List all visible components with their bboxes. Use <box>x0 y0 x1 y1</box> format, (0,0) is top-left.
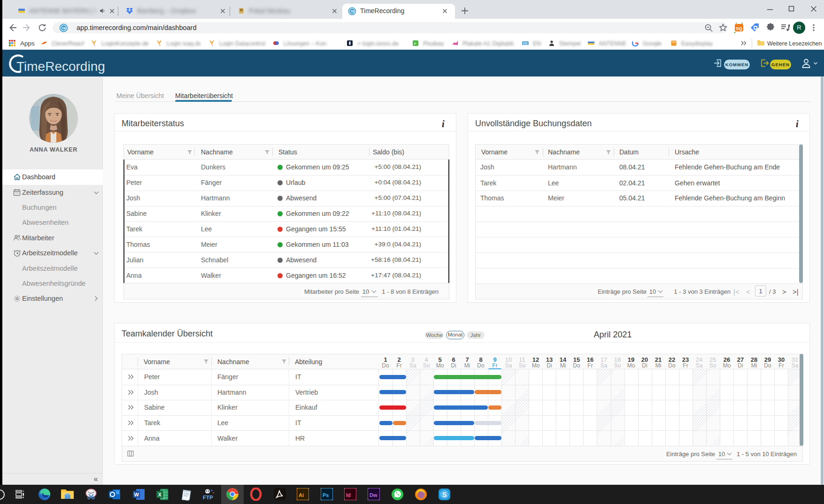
svg-text:Ps: Ps <box>323 492 329 498</box>
svg-text:S: S <box>442 491 447 498</box>
svg-text:P: P <box>414 42 416 46</box>
svg-text:SQ: SQ <box>736 26 742 31</box>
svg-text:X: X <box>158 492 162 497</box>
svg-text:Dw: Dw <box>370 492 377 498</box>
svg-text:EN: EN <box>523 42 527 45</box>
svg-text:TR: TR <box>62 27 66 30</box>
svg-text:Ai: Ai <box>299 492 304 498</box>
svg-text:TR: TR <box>350 10 354 13</box>
svg-text:TimeRecording: TimeRecording <box>16 59 105 74</box>
svg-text:FTP: FTP <box>203 495 213 500</box>
svg-text:Id: Id <box>346 492 351 498</box>
svg-text:W: W <box>134 492 139 497</box>
